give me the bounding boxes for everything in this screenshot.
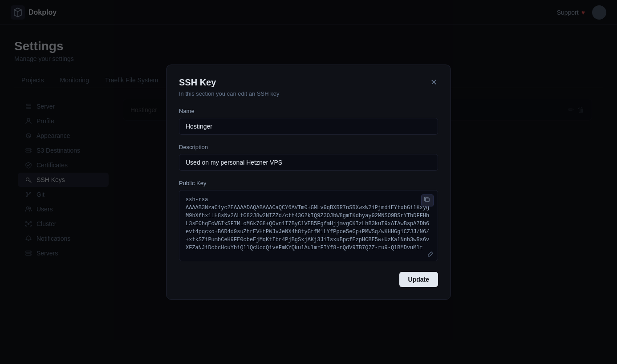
description-input[interactable]	[179, 154, 438, 171]
name-input[interactable]	[179, 118, 438, 135]
modal-header: SSH Key ✕	[179, 77, 438, 88]
copy-key-button[interactable]	[421, 194, 434, 206]
modal-overlay[interactable]: SSH Key ✕ In this section you can edit a…	[0, 0, 617, 364]
modal-subtitle: In this section you can edit an SSH key	[179, 90, 438, 97]
modal-close-button[interactable]: ✕	[430, 77, 438, 87]
name-field-group: Name	[179, 108, 438, 135]
description-label: Description	[179, 144, 438, 150]
name-label: Name	[179, 108, 438, 114]
update-button[interactable]: Update	[399, 272, 438, 287]
key-edit-button[interactable]	[427, 251, 434, 259]
public-key-field-group: Public Key ssh-rsa AAAAB3NzaC1yc2EAAAADA…	[179, 180, 438, 263]
public-key-container: ssh-rsa AAAAB3NzaC1yc2EAAAADAQABAAACaQCY…	[179, 190, 438, 263]
description-field-group: Description	[179, 144, 438, 171]
modal-title: SSH Key	[179, 77, 216, 88]
ssh-key-modal: SSH Key ✕ In this section you can edit a…	[166, 65, 451, 300]
public-key-textarea[interactable]: ssh-rsa AAAAB3NzaC1yc2EAAAADAQABAAACaQCY…	[179, 190, 438, 261]
copy-icon	[424, 197, 430, 203]
modal-footer: Update	[179, 272, 438, 287]
svg-rect-22	[426, 198, 429, 202]
key-edit-icons	[427, 251, 434, 259]
public-key-label: Public Key	[179, 180, 438, 186]
